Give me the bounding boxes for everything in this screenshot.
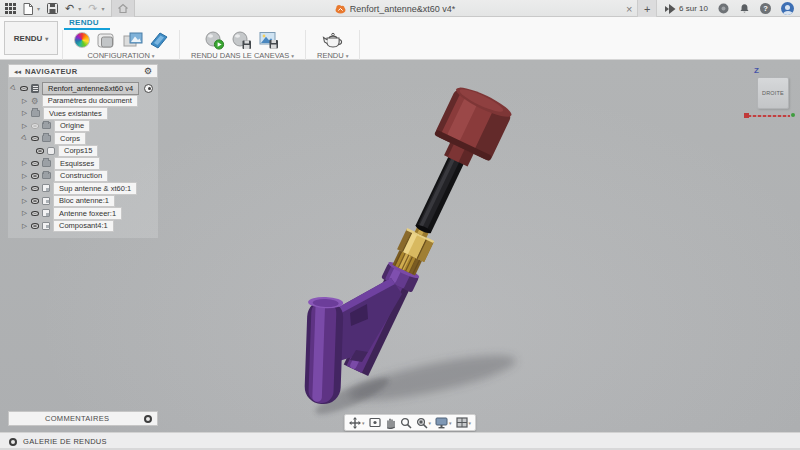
document-tab[interactable]: Renfort_antenne&xt60 v4* [150, 0, 640, 17]
expand-arrow-icon[interactable]: ▷ [21, 123, 28, 130]
render-image-save-icon[interactable] [259, 31, 279, 49]
expand-arrow-icon[interactable]: ▷ [9, 83, 19, 93]
group-label-render-in-canvas[interactable]: RENDU DANS LE CANEVAS▾ [191, 51, 294, 60]
expand-arrow-icon[interactable]: ▷ [21, 223, 28, 230]
documents-quota-icon [665, 4, 676, 14]
view-cube-face-label: DROITE [762, 90, 784, 96]
expand-arrow-icon[interactable]: ▷ [21, 98, 28, 105]
group-label-configuration[interactable]: CONFIGURATION▾ [87, 51, 154, 60]
visibility-eye-icon[interactable] [31, 223, 39, 229]
capture-render-icon[interactable] [232, 31, 252, 50]
visibility-eye-icon[interactable] [31, 161, 39, 167]
expand-arrow-icon[interactable]: ▷ [21, 110, 28, 117]
activate-component-radio[interactable] [144, 84, 153, 93]
visibility-eye-icon[interactable] [31, 211, 39, 217]
folder-icon [42, 160, 51, 167]
tree-item-bodies[interactable]: ▷ Corps [8, 132, 158, 145]
navigator-title: NAVIGATEUR [25, 67, 144, 76]
comments-label: COMMENTAIRES [45, 414, 144, 423]
redo-icon[interactable]: ↷ [88, 0, 97, 17]
pan-hand-button[interactable] [385, 417, 396, 429]
tree-item-label: Composant4:1 [53, 220, 114, 233]
file-menu-icon[interactable] [23, 0, 33, 17]
texture-icon[interactable] [150, 31, 168, 49]
zoom-window-button[interactable]: ▾ [416, 417, 432, 429]
render-in-canvas-icon[interactable] [205, 31, 225, 50]
tab-rendu[interactable]: RENDU [69, 18, 99, 27]
expand-arrow-icon[interactable]: ▷ [21, 160, 28, 167]
settings-gear-icon: ⚙ [31, 97, 39, 106]
component-icon [42, 222, 50, 230]
tree-item-label: Vues existantes [43, 107, 108, 120]
look-at-button[interactable] [369, 417, 381, 428]
visibility-eye-icon[interactable] [31, 173, 39, 179]
display-settings-button[interactable]: ▾ [435, 417, 452, 429]
collapse-panel-icon[interactable]: ◂◂ [14, 68, 21, 75]
expand-arrow-icon[interactable]: ▷ [21, 173, 28, 180]
tree-item-document-settings[interactable]: ▷ ⚙ Paramètres du document [8, 95, 158, 108]
caret-down-icon: ▾ [449, 420, 452, 426]
job-status-icon[interactable] [718, 3, 729, 14]
user-avatar[interactable] [781, 2, 794, 15]
help-question-mark: ? [760, 3, 771, 14]
file-menu-caret-icon[interactable]: ▾ [37, 5, 40, 12]
render-gallery-bar[interactable]: GALERIE DE RENDUS [0, 432, 800, 450]
expand-arrow-icon[interactable]: ▷ [21, 198, 28, 205]
navigator-header[interactable]: ◂◂ NAVIGATEUR ⚙ [8, 64, 158, 78]
undo-icon[interactable]: ↶ [65, 0, 74, 17]
view-cube[interactable]: Z DROITE [744, 66, 798, 130]
visibility-eye-icon[interactable] [36, 148, 44, 154]
help-icon[interactable]: ? [760, 3, 771, 14]
caret-down-icon: ▾ [469, 420, 472, 426]
tree-item-component-antenne-foxeer[interactable]: ▷ Antenne foxeer:1 [8, 207, 158, 220]
viewports-button[interactable]: ▾ [456, 417, 472, 428]
appearance-color-wheel-icon[interactable] [74, 32, 90, 48]
tree-item-sketches[interactable]: ▷ Esquisses [8, 157, 158, 170]
app-grid-icon[interactable] [5, 0, 16, 17]
bracket-cylinder[interactable] [304, 296, 344, 404]
redo-caret-icon[interactable]: ▾ [101, 5, 104, 12]
visibility-eye-icon[interactable] [31, 136, 39, 142]
tree-item-label: Corps15 [58, 145, 98, 158]
navigator-panel: ◂◂ NAVIGATEUR ⚙ ▷ Renfort_antenne&xt60 v… [8, 64, 158, 238]
decal-icon[interactable] [123, 32, 143, 48]
notifications-bell-icon[interactable] [739, 3, 750, 14]
scene-settings-icon[interactable] [97, 32, 116, 49]
close-tab-icon[interactable]: × [621, 3, 637, 15]
tree-item-component-bloc-antenne[interactable]: ▷ Bloc antenne:1 [8, 195, 158, 208]
tree-item-component4[interactable]: ▷ Composant4:1 [8, 220, 158, 233]
expand-arrow-icon[interactable]: ▷ [20, 133, 30, 143]
visibility-eye-icon[interactable] [31, 186, 39, 192]
home-view-button[interactable] [111, 0, 135, 17]
visibility-eye-icon[interactable] [31, 198, 39, 204]
zoom-button[interactable] [400, 417, 412, 429]
body-icon [47, 147, 55, 155]
view-cube-face[interactable]: DROITE [757, 77, 789, 109]
component-icon [42, 184, 50, 192]
group-label-render[interactable]: RENDU▾ [317, 51, 348, 60]
view-navigation-toolbar: ▾ ▾ ▾ ▾ [344, 414, 476, 431]
visibility-eye-icon[interactable] [31, 123, 39, 129]
navigator-settings-gear-icon[interactable]: ⚙ [144, 67, 152, 76]
expand-arrow-icon[interactable]: ▷ [21, 210, 28, 217]
tree-item-origin[interactable]: ▷ Origine [8, 120, 158, 133]
tree-item-named-views[interactable]: ▷ Vues existantes [8, 107, 158, 120]
viewport-canvas[interactable]: ◂◂ NAVIGATEUR ⚙ ▷ Renfort_antenne&xt60 v… [0, 60, 800, 432]
render-teapot-icon[interactable] [321, 32, 345, 49]
editable-documents-badge[interactable]: 6 sur 10 [665, 4, 708, 14]
tree-item-label: Paramètres du document [42, 95, 138, 108]
workspace-selector-button[interactable]: RENDU ▾ [4, 21, 58, 55]
folder-icon [31, 110, 40, 117]
undo-caret-icon[interactable]: ▾ [78, 5, 81, 12]
tree-item-component-sup-antenne[interactable]: ▷ Sup antenne & xt60:1 [8, 182, 158, 195]
tree-item-body15[interactable]: Corps15 [8, 145, 158, 158]
workspace-caret-icon: ▾ [45, 35, 48, 42]
save-icon[interactable] [47, 0, 58, 17]
tree-item-construction[interactable]: ▷ Construction [8, 170, 158, 183]
comments-panel-bar[interactable]: COMMENTAIRES [8, 411, 158, 426]
new-tab-button[interactable]: + [637, 0, 657, 17]
orbit-button[interactable]: ▾ [349, 417, 365, 429]
expand-arrow-icon[interactable]: ▷ [21, 185, 28, 192]
tree-item-root[interactable]: ▷ Renfort_antenne&xt60 v4 [8, 82, 158, 95]
visibility-eye-icon[interactable] [20, 86, 28, 92]
